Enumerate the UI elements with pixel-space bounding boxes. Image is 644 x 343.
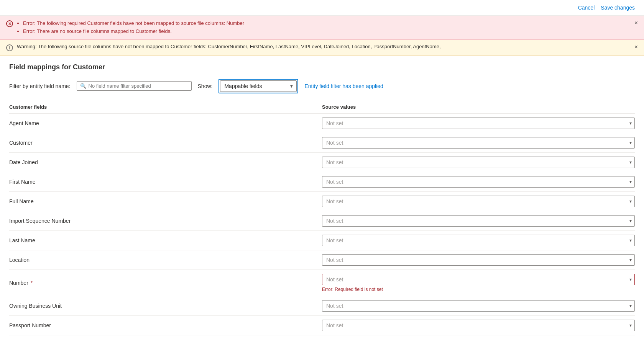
source-select[interactable]: Not set (322, 137, 635, 149)
required-star: * (29, 280, 33, 286)
show-select[interactable]: Mappable fieldsAll fieldsMapped fieldsUn… (220, 80, 297, 92)
field-name: Owning Business Unit (9, 303, 62, 309)
source-select[interactable]: Not set (322, 254, 635, 266)
field-name: Number (9, 280, 28, 286)
field-name: Last Name (9, 237, 35, 243)
table-row: Full NameNot set▾ (9, 191, 635, 211)
field-error-message: Error: Required field is not set (322, 287, 635, 292)
source-select-wrap: Not set▾ (322, 157, 635, 168)
main-content: Field mappings for Customer Filter by en… (0, 56, 644, 343)
top-bar: Cancel Save changes (0, 0, 644, 16)
source-select-wrap: Not set▾ (322, 196, 635, 207)
table-row: Date JoinedNot set▾ (9, 152, 635, 172)
table-row: First NameNot set▾ (9, 172, 635, 191)
source-select[interactable]: Not set (322, 196, 635, 207)
source-select[interactable]: Not set (322, 274, 635, 285)
field-name-cell: First Name (9, 172, 322, 191)
source-value-cell: Not set▾ (322, 152, 635, 172)
source-value-cell: Not set▾ (322, 191, 635, 211)
source-select-wrap: Not set▾ (322, 235, 635, 246)
table-row: Owning Business UnitNot set▾ (9, 296, 635, 315)
source-select-wrap: Not set▾ (322, 215, 635, 227)
source-value-cell: Not set▾Error: Required field is not set (322, 270, 635, 296)
table-row: Last NameNot set▾ (9, 230, 635, 250)
field-mapping-table: Customer fields Source values Agent Name… (9, 101, 635, 335)
page-title: Field mappings for Customer (9, 63, 635, 71)
table-row: Agent NameNot set▾ (9, 113, 635, 133)
field-name-cell: Owning Business Unit (9, 296, 322, 315)
error-close-button[interactable]: × (634, 20, 638, 26)
field-name: Full Name (9, 198, 34, 204)
source-select-wrap: Not set▾ (322, 118, 635, 129)
field-name: First Name (9, 179, 35, 185)
source-select-wrap: Not set▾ (322, 300, 635, 312)
field-name: Date Joined (9, 159, 38, 165)
col-customer-fields: Customer fields (9, 101, 322, 113)
source-select-wrap: Not set▾ (322, 320, 635, 331)
error-list: Error: The following required Customer f… (17, 20, 244, 36)
field-name-cell: Location (9, 250, 322, 270)
warning-close-button[interactable]: × (634, 44, 638, 51)
field-name: Location (9, 257, 30, 263)
error-item: Error: There are no source file columns … (23, 28, 244, 36)
field-name-cell: Import Sequence Number (9, 211, 322, 230)
warning-text: Warning: The following source file colum… (17, 44, 441, 49)
field-name: Customer (9, 140, 33, 146)
show-label: Show: (198, 83, 213, 89)
filter-input[interactable] (89, 83, 188, 89)
field-name-cell: Last Name (9, 230, 322, 250)
source-select[interactable]: Not set (322, 235, 635, 246)
source-select[interactable]: Not set (322, 118, 635, 129)
field-name: Import Sequence Number (9, 218, 71, 224)
save-changes-button[interactable]: Save changes (601, 5, 635, 11)
entity-filter-applied: Entity field filter has been applied (304, 83, 383, 89)
error-banner: ✕ Error: The following required Customer… (0, 16, 644, 40)
table-row: Import Sequence NumberNot set▾ (9, 211, 635, 230)
error-icon: ✕ (6, 20, 13, 27)
field-name-cell: Passport Number (9, 315, 322, 335)
cancel-button[interactable]: Cancel (578, 5, 595, 11)
error-item: Error: The following required Customer f… (23, 20, 244, 28)
source-select[interactable]: Not set (322, 320, 635, 331)
filter-input-wrap: 🔍 (77, 81, 192, 91)
source-value-cell: Not set▾ (322, 250, 635, 270)
source-select-wrap: Not set▾ (322, 274, 635, 285)
source-value-cell: Not set▾ (322, 315, 635, 335)
source-select-wrap: Not set▾ (322, 137, 635, 149)
table-row: Passport NumberNot set▾ (9, 315, 635, 335)
source-value-cell: Not set▾ (322, 172, 635, 191)
warning-banner: i Warning: The following source file col… (0, 40, 644, 56)
field-name: Agent Name (9, 120, 39, 126)
source-value-cell: Not set▾ (322, 296, 635, 315)
show-select-container: Mappable fieldsAll fieldsMapped fieldsUn… (220, 80, 297, 92)
source-select[interactable]: Not set (322, 157, 635, 168)
field-name: Passport Number (9, 322, 51, 328)
search-icon: 🔍 (80, 83, 86, 89)
source-select-wrap: Not set▾ (322, 176, 635, 188)
col-source-values: Source values (322, 101, 635, 113)
field-name-cell: Agent Name (9, 113, 322, 133)
field-name-cell: Customer (9, 133, 322, 152)
source-select[interactable]: Not set (322, 176, 635, 188)
field-name-cell: Date Joined (9, 152, 322, 172)
source-select[interactable]: Not set (322, 215, 635, 227)
table-row: LocationNot set▾ (9, 250, 635, 270)
source-value-cell: Not set▾ (322, 113, 635, 133)
filter-row: Filter by entity field name: 🔍 Show: Map… (9, 79, 635, 93)
source-value-cell: Not set▾ (322, 211, 635, 230)
table-row: Number *Not set▾Error: Required field is… (9, 270, 635, 296)
warning-icon: i (6, 44, 13, 51)
field-name-cell: Full Name (9, 191, 322, 211)
filter-label: Filter by entity field name: (9, 83, 71, 89)
source-value-cell: Not set▾ (322, 133, 635, 152)
field-name-cell: Number * (9, 270, 322, 296)
table-row: CustomerNot set▾ (9, 133, 635, 152)
show-dropdown-highlighted: Mappable fieldsAll fieldsMapped fieldsUn… (219, 79, 298, 93)
source-select-wrap: Not set▾ (322, 254, 635, 266)
source-select[interactable]: Not set (322, 300, 635, 312)
source-value-cell: Not set▾ (322, 230, 635, 250)
